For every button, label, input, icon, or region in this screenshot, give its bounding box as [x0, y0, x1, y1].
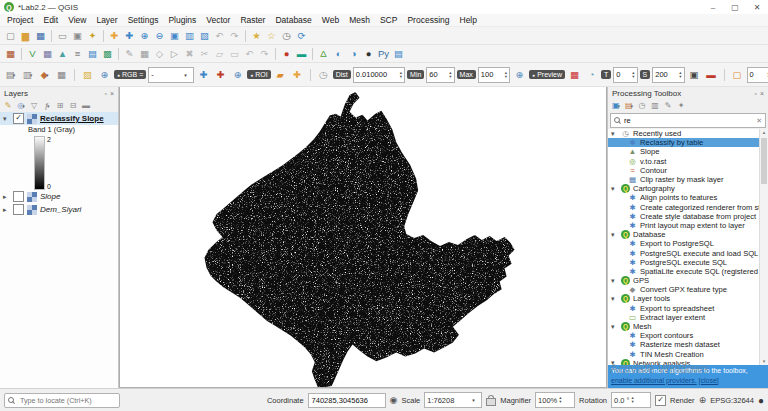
add-wms-layer-icon[interactable]: ▩ [100, 47, 115, 61]
tree-caret-icon[interactable]: ▸ [3, 193, 10, 201]
expand-all-icon[interactable]: ⊞ [54, 100, 66, 112]
toolbox-group-layer-tools[interactable]: ▾QLayer tools [608, 294, 760, 303]
toolbox-search[interactable]: re ✕ [610, 113, 766, 128]
toolbox-item-postgresql-execute-and-load-sql[interactable]: ✱PostgreSQL execute and load SQL [608, 248, 760, 257]
zoom-out-icon[interactable]: ⊖ [152, 29, 167, 43]
scp-t-spin[interactable]: 0▴▾ [613, 67, 637, 83]
toolbox-results-viewer-icon[interactable]: ▥ [649, 100, 661, 112]
add-postgis-layer-icon[interactable]: ▤ [85, 47, 100, 61]
toolbox-item-export-contours[interactable]: ✱Export contours [608, 331, 760, 340]
geonode-icon[interactable]: ◑ [346, 47, 361, 61]
locate-input[interactable] [18, 395, 116, 406]
toolbox-item-create-categorized-renderer-from-styles[interactable]: ✱Create categorized renderer from styles [608, 203, 760, 212]
vertex-tool-icon[interactable]: ▷ [167, 47, 182, 61]
toolbox-group-mesh[interactable]: ▾QMesh [608, 322, 760, 331]
toolbox-item-reclassify-by-table[interactable]: ✱Reclassify by table [608, 138, 760, 147]
toolbox-item-spatialite-execute-sql-registered-db[interactable]: ✱SpatiaLite execute SQL (registered DB) [608, 267, 760, 276]
tree-caret-icon[interactable]: ▾ [611, 231, 618, 239]
report-shortcut-icon[interactable]: ▥▾ [20, 68, 35, 82]
scp-band-spin[interactable]: 0▴▾ [747, 67, 768, 83]
zoom-to-layer-icon[interactable]: ▧ [197, 29, 212, 43]
layer-row-slope[interactable]: ▸Slope [0, 190, 118, 203]
tree-caret-icon[interactable]: ▾ [611, 323, 618, 331]
redo-icon[interactable]: ↷ [257, 47, 272, 61]
scale-lock-icon[interactable] [486, 398, 496, 406]
panel-float-icon[interactable]: ▫ [104, 90, 106, 97]
scp-max-spin[interactable]: 100▴▾ [478, 67, 510, 83]
toolbox-scripts-icon[interactable]: ▤▾ [623, 100, 635, 112]
toolbox-item-export-to-postgresql[interactable]: ✱Export to PostgreSQL [608, 239, 760, 248]
remove-layer-icon[interactable]: ▬ [80, 100, 92, 112]
enable-providers-link[interactable]: enable additional providers. [611, 377, 697, 384]
magnifier-spinner[interactable]: 100% ▴▾ [535, 392, 575, 408]
scp-zoom-roi-icon[interactable]: ⊕ [230, 68, 245, 82]
add-raster-layer-icon[interactable]: ▦ [40, 47, 55, 61]
scp-pan-icon[interactable]: ▨ [80, 68, 95, 82]
toolbox-item-extract-layer-extent[interactable]: ▭Extract layer extent [608, 313, 760, 322]
temporal-controller-icon[interactable]: ◷ [279, 29, 294, 43]
scp-save-dark-icon[interactable]: ▣ [687, 68, 702, 82]
menu-edit[interactable]: Edit [38, 15, 63, 25]
add-feature-icon[interactable]: ◇ [152, 47, 167, 61]
layer-row-dem-siyari[interactable]: ▸Dem_Siyari [0, 203, 118, 216]
menu-web[interactable]: Web [317, 15, 344, 25]
menu-raster[interactable]: Raster [235, 15, 270, 25]
toolbox-item-print-layout-map-extent-to-layer[interactable]: ✱Print layout map extent to layer [608, 221, 760, 230]
menu-mesh[interactable]: Mesh [344, 15, 375, 25]
toggle-editing-icon[interactable]: ✎ [122, 47, 137, 61]
locate-box[interactable] [4, 393, 120, 408]
scp-roi-add-icon[interactable]: ✚ [290, 68, 305, 82]
data-source-manager-icon[interactable]: ▦ [3, 47, 18, 61]
scp-roi-polygon-icon[interactable]: ▰ [273, 68, 288, 82]
scp-rgb-select[interactable]: -▾ [148, 67, 194, 83]
toolbox-group-network-analysis[interactable]: ▾QNetwork analysis [608, 359, 760, 365]
zoom-last-icon[interactable]: ↶ [212, 29, 227, 43]
python-console-icon[interactable]: Py [376, 47, 391, 61]
scale-select[interactable]: 1:76208▾ [424, 392, 482, 408]
open-project-icon[interactable]: ▆ [18, 29, 33, 43]
tree-caret-icon[interactable]: ▾ [611, 185, 618, 193]
toolbox-models-icon[interactable]: ▣▾ [610, 100, 622, 112]
new-bookmark-icon[interactable]: ★ [249, 29, 264, 43]
filter-legend-icon[interactable]: ▽ [28, 100, 40, 112]
toolbox-scrollbar[interactable]: ▴▾ [759, 129, 768, 365]
menu-view[interactable]: View [63, 15, 91, 25]
scp-s-spin[interactable]: 200▴▾ [652, 67, 684, 83]
scp-eraser-icon[interactable]: ▬ [704, 68, 719, 82]
toolbox-group-recently-used[interactable]: ▾◷Recently used [608, 129, 760, 138]
menu-settings[interactable]: Settings [123, 15, 164, 25]
toolbox-group-cartography[interactable]: ▾QCartography [608, 184, 760, 193]
save-project-icon[interactable]: ▦ [33, 29, 48, 43]
print-layout-shortcut-icon[interactable]: ▤▾ [3, 68, 18, 82]
zoom-next-icon[interactable]: ↷ [227, 29, 242, 43]
toolbox-item-clip-raster-by-mask-layer[interactable]: ▦Clip raster by mask layer [608, 175, 760, 184]
search-input[interactable]: re [624, 116, 753, 125]
menu-vector[interactable]: Vector [201, 15, 235, 25]
panel-float-icon[interactable]: ▫ [754, 90, 756, 97]
tree-caret-icon[interactable]: ▾ [611, 295, 618, 303]
tree-caret-icon[interactable]: ▾ [611, 277, 618, 285]
zoom-to-selection-icon[interactable]: ▥ [182, 29, 197, 43]
toolbox-item-rasterize-mesh-dataset[interactable]: ✱Rasterize mesh dataset [608, 340, 760, 349]
layout-manager-icon[interactable]: ▣ [70, 29, 85, 43]
help-contents-icon[interactable]: ▤ [391, 47, 406, 61]
scp-cursor-red-icon[interactable]: ✚ [213, 68, 228, 82]
close-notification-link[interactable]: [close] [699, 377, 719, 384]
toolbox-item-convert-gpx-feature-type[interactable]: ◆Convert GPX feature type [608, 285, 760, 294]
scp-band-calc-icon[interactable]: ▢ [730, 68, 745, 82]
manage-map-themes-icon[interactable]: ◎▾ [15, 100, 27, 112]
refresh-map-icon[interactable]: ⟳ [294, 29, 309, 43]
decoration-tool-icon[interactable]: ▦ [54, 68, 69, 82]
map-canvas[interactable] [119, 87, 607, 388]
processing-toolbox-icon[interactable]: Δ [316, 47, 331, 61]
messages-icon[interactable]: ● [758, 395, 764, 406]
panel-close-icon[interactable]: × [760, 90, 764, 97]
paste-features-icon[interactable]: ▭ [227, 47, 242, 61]
scp-cursor-blue-icon[interactable]: ✚ [196, 68, 211, 82]
clear-search-icon[interactable]: ✕ [756, 117, 762, 125]
minimize-button[interactable]: – [702, 3, 724, 12]
toolbox-options-icon[interactable]: ✦ [675, 100, 687, 112]
panel-close-icon[interactable]: × [110, 90, 114, 97]
toolbox-item-contour[interactable]: ≈Contour [608, 166, 760, 175]
new-print-layout-icon[interactable]: ▭ [55, 29, 70, 43]
